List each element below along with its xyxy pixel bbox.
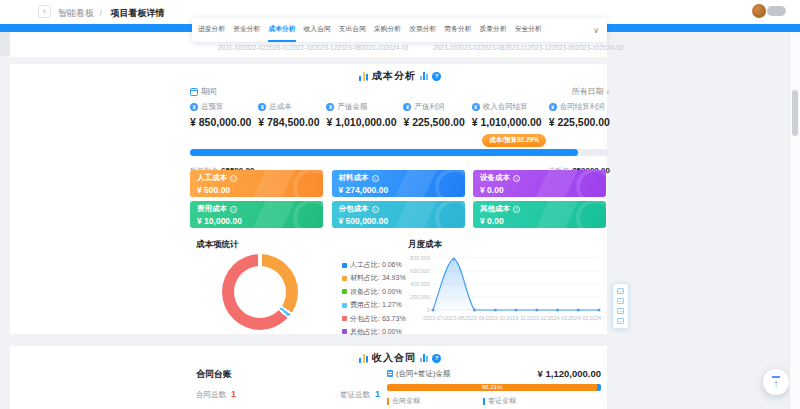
tab[interactable]: 进度分析 — [198, 18, 225, 42]
axis-date-label: 2022-10 — [290, 44, 314, 51]
legend-text: 费用占比: 1.27% — [350, 300, 402, 310]
axis-date-label: 2021-10 — [218, 44, 242, 51]
legend-dot — [342, 276, 347, 281]
tab[interactable]: 收入合同 — [304, 18, 331, 42]
count-value[interactable]: 1 — [231, 389, 236, 399]
cost-card-value: ¥ 274,000.00 — [339, 185, 458, 195]
svg-text:400,000: 400,000 — [410, 281, 430, 287]
cost-card-label: 其他成本 — [480, 204, 510, 214]
tab[interactable]: 成本分析 — [268, 18, 295, 42]
cost-category-card[interactable]: 其他成本 › ¥ 0.00 — [473, 201, 606, 228]
help-icon[interactable]: ? — [432, 72, 441, 81]
tab[interactable]: 质量分析 — [480, 18, 507, 42]
floating-side-toolbar — [612, 283, 629, 329]
scrollbar-thumb[interactable] — [792, 90, 798, 136]
legend-item: 费用占比: 1.27% — [342, 300, 406, 310]
axis-date-label: 2023-08 — [337, 44, 361, 51]
user-avatar[interactable] — [752, 4, 766, 18]
cost-category-card[interactable]: 分包成本 › ¥ 500,000.00 — [332, 201, 465, 228]
count-value[interactable]: 1 — [375, 389, 380, 399]
stat-label: 产值利润 — [414, 102, 444, 112]
background-date-axis: 2021-102022-022023-012022-102023-122023-… — [218, 44, 610, 51]
cost-analysis-card: 成本分析 ? 期间 所有日期 ∨ ¥ — [10, 64, 607, 334]
coin-icon: ¥ — [472, 103, 480, 111]
axis-date-label: 2022-02 — [242, 44, 266, 51]
tab[interactable]: 发票分析 — [409, 18, 436, 42]
svg-text:2024-03: 2024-03 — [589, 315, 603, 321]
coin-icon: ¥ — [190, 103, 198, 111]
tab[interactable]: 劳务分析 — [444, 18, 471, 42]
stat-value: ¥ 225,500.00 — [549, 116, 610, 128]
arrow-right-icon: › — [513, 175, 520, 182]
bar-chart-icon — [359, 354, 368, 363]
tab-bar: 进度分析资金分析成本分析收入合同支出合同采购分析发票分析劳务分析质量分析安全分析 — [198, 18, 542, 42]
axis-date-label: 2023-08 — [481, 44, 505, 51]
arrow-right-icon: › — [372, 175, 379, 182]
breadcrumb-separator: / — [100, 8, 103, 18]
count-label: 签证总数 — [340, 390, 370, 400]
breadcrumb-root[interactable]: 智能看板 — [58, 8, 94, 18]
stat-value: ¥ 1,010,000.00 — [326, 116, 396, 128]
cost-category-card[interactable]: 设备成本 › ¥ 0.00 — [473, 170, 606, 197]
grid-icon[interactable] — [617, 298, 624, 304]
budget-progress-fill — [190, 149, 578, 156]
cost-category-card[interactable]: 人工成本 › ¥ 500.00 — [190, 170, 323, 197]
user-name-pill[interactable] — [767, 6, 786, 16]
legend-dot — [342, 316, 347, 321]
svg-text:2023-12: 2023-12 — [527, 315, 547, 321]
tab[interactable]: 支出合同 — [339, 18, 366, 42]
axis-date-label: 2024-02 — [599, 44, 623, 51]
contract-count: 合同总数 1 — [196, 389, 236, 400]
tab[interactable]: 采购分析 — [374, 18, 401, 42]
part-label: 合同金额 — [392, 396, 420, 406]
cost-card-value: ¥ 10,000.00 — [197, 216, 316, 226]
income-part: 合同金额 ¥ 1,100,000.00 — [387, 396, 483, 409]
cost-card-label: 分包成本 — [339, 204, 369, 214]
mini-chart-icon — [420, 354, 428, 362]
cost-category-card[interactable]: 费用成本 › ¥ 10,000.00 — [190, 201, 323, 228]
cost-category-card[interactable]: 材料成本 › ¥ 274,000.00 — [332, 170, 465, 197]
date-filter-dropdown[interactable]: 所有日期 ∨ — [572, 86, 610, 97]
axis-date-label: 2023-10 — [576, 44, 600, 51]
stat-item: ¥ 收入合同结算 ¥ 1,010,000.00 — [472, 102, 542, 128]
income-total-value: ¥ 1,120,000.00 — [538, 368, 601, 379]
chevron-down-icon[interactable]: ∨ — [593, 26, 599, 35]
tab[interactable]: 资金分析 — [233, 18, 260, 42]
calendar-icon — [190, 88, 198, 96]
scrollbar-track[interactable] — [789, 32, 800, 409]
cost-card-label: 材料成本 — [339, 173, 369, 183]
stat-item: ¥ 总预算 ¥ 850,000.00 — [190, 102, 251, 128]
stat-item: ¥ 产值金额 ¥ 1,010,000.00 — [326, 102, 396, 128]
coin-icon: ¥ — [258, 103, 266, 111]
stat-value: ¥ 784,500.00 — [258, 116, 319, 128]
date-filter-value: 所有日期 — [572, 86, 604, 97]
cost-card-value: ¥ 0.00 — [480, 216, 599, 226]
legend-dot — [342, 303, 347, 308]
plus-icon[interactable] — [617, 308, 624, 314]
stat-item: ¥ 总成本 ¥ 784,500.00 — [258, 102, 319, 128]
help-icon[interactable]: ? — [432, 354, 441, 363]
back-button[interactable]: ‹ — [38, 5, 51, 18]
back-to-top-button[interactable]: ↑ — [763, 369, 789, 395]
income-progress-bar: 98.21% — [387, 384, 601, 391]
axis-date-label: 2023-02 — [457, 44, 481, 51]
legend-item: 其他占比: 0.00% — [342, 327, 406, 337]
note-icon[interactable] — [617, 318, 624, 324]
section-title: 成本分析 — [372, 69, 416, 83]
stat-value: ¥ 225,500.00 — [403, 116, 464, 128]
income-summary: (合同+签证)金额 ¥ 1,120,000.00 98.21% 合同金额 — [387, 368, 601, 409]
svg-text:2023-10: 2023-10 — [485, 315, 505, 321]
legend-item: 人工占比: 0.06% — [342, 260, 406, 270]
cost-card-value: ¥ 0.00 — [480, 185, 599, 195]
contract-amount-segment: 98.21% — [387, 384, 597, 391]
income-total-label: (合同+签证)金额 — [396, 369, 450, 379]
svg-text:2023-08: 2023-08 — [444, 315, 464, 321]
stat-value: ¥ 1,010,000.00 — [472, 116, 542, 128]
axis-date-label: 2023-11 — [504, 44, 527, 51]
up-arrow-icon: ↑ — [763, 376, 789, 390]
stat-item: ¥ 产值利润 ¥ 225,500.00 — [403, 102, 464, 128]
dashboard-screen: ‹ 智能看板 / 项目看板详情 2021-102022-022023-01202… — [0, 0, 800, 409]
legend-text: 其他占比: 0.00% — [350, 327, 402, 337]
tab[interactable]: 安全分析 — [515, 18, 542, 42]
doc-icon[interactable] — [617, 288, 624, 294]
